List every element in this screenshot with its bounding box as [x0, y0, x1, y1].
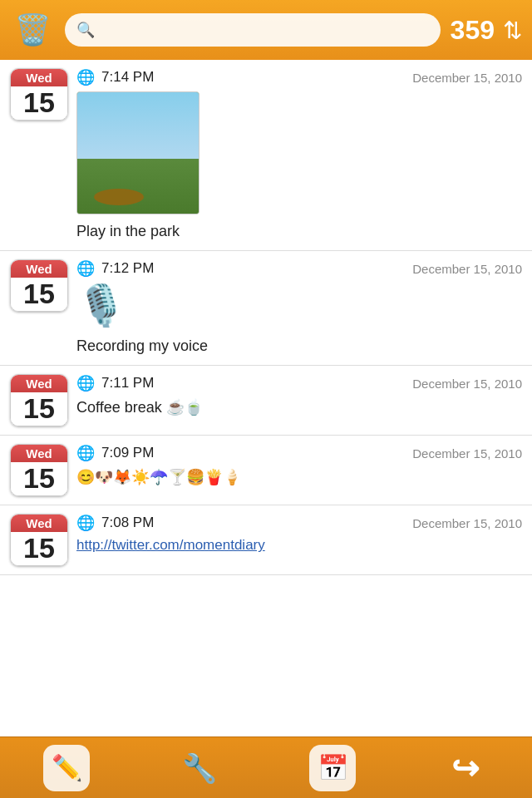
entry-meta-2: 🌐 7:12 PM December 15, 2010 [76, 259, 522, 278]
entry-text-4: 😊🐶🦊☀️☂️🍸🍔🍟🍦 [76, 467, 522, 488]
cal-day-num-3: 15 [11, 392, 67, 426]
entry-park[interactable]: Wed 15 🌐 7:14 PM December 15, 2010 Play … [0, 60, 532, 251]
trash-icon[interactable]: 🗑️ [10, 7, 55, 52]
tab-settings[interactable]: 🔧 [170, 743, 229, 793]
entry-text-1: Play in the park [76, 221, 522, 242]
entry-content-5: 🌐 7:08 PM December 15, 2010 http://twitt… [76, 514, 522, 554]
entry-time-4: 7:09 PM [101, 445, 154, 461]
search-bar[interactable]: 🔍 [65, 13, 441, 47]
cal-day-num-1: 15 [11, 86, 67, 120]
globe-icon-3: 🌐 [76, 374, 95, 392]
calendar-badge-1: Wed 15 [10, 68, 68, 121]
entry-time-2: 7:12 PM [101, 260, 154, 277]
cal-day-name-5: Wed [11, 515, 67, 532]
header: 🗑️ 🔍 359 ⇅ [0, 0, 532, 60]
calendar-badge-4: Wed 15 [10, 444, 68, 496]
cal-day-name-4: Wed [11, 445, 67, 462]
entry-date-2: December 15, 2010 [412, 262, 522, 276]
tab-compose[interactable]: ✏️ [37, 743, 96, 793]
entry-meta-4: 🌐 7:09 PM December 15, 2010 [76, 444, 522, 462]
tab-calendar[interactable]: 📅 [303, 743, 362, 793]
header-right: 359 ⇅ [451, 15, 522, 46]
feed: Wed 15 🌐 7:14 PM December 15, 2010 Play … [0, 60, 532, 736]
entry-date-5: December 15, 2010 [412, 516, 522, 530]
tab-bar: ✏️ 🔧 📅 ↪ [0, 736, 532, 798]
park-dirt [94, 189, 144, 205]
tab-calendar-icon-box: 📅 [309, 745, 356, 791]
entry-twitter[interactable]: Wed 15 🌐 7:08 PM December 15, 2010 http:… [0, 505, 532, 575]
entry-content-4: 🌐 7:09 PM December 15, 2010 😊🐶🦊☀️☂️🍸🍔🍟🍦 [76, 444, 522, 488]
tab-compose-icon-box: ✏️ [43, 745, 90, 791]
calendar-badge-3: Wed 15 [10, 374, 68, 426]
entry-time-3: 7:11 PM [101, 375, 154, 392]
recording-icon: 🎙️ [76, 283, 522, 329]
globe-icon-2: 🌐 [76, 259, 95, 278]
globe-icon-4: 🌐 [76, 444, 95, 462]
entry-time-5: 7:08 PM [101, 515, 154, 531]
share-icon: ↪ [451, 749, 480, 787]
entry-count: 359 [451, 15, 495, 46]
park-sky [77, 92, 199, 159]
cal-day-name-3: Wed [11, 375, 67, 392]
compose-icon: ✏️ [52, 753, 82, 782]
entry-content-2: 🌐 7:12 PM December 15, 2010 🎙️ Recording… [76, 259, 522, 357]
entry-link-5[interactable]: http://twitter.com/momentdiary [76, 537, 265, 553]
search-magnifier-icon: 🔍 [76, 21, 95, 39]
entry-meta-5: 🌐 7:08 PM December 15, 2010 [76, 514, 522, 532]
search-input[interactable] [101, 22, 429, 37]
sort-icon[interactable]: ⇅ [503, 17, 522, 44]
entry-emoji[interactable]: Wed 15 🌐 7:09 PM December 15, 2010 😊🐶🦊☀️… [0, 436, 532, 505]
cal-day-name-1: Wed [11, 69, 67, 86]
cal-day-name-2: Wed [11, 260, 67, 278]
entry-coffee[interactable]: Wed 15 🌐 7:11 PM December 15, 2010 Coffe… [0, 366, 532, 436]
calendar-icon: 📅 [318, 753, 348, 782]
globe-icon-1: 🌐 [76, 68, 95, 86]
entry-date-4: December 15, 2010 [412, 446, 522, 461]
entry-text-2: Recording my voice [76, 336, 522, 357]
entry-date-1: December 15, 2010 [412, 71, 522, 85]
cal-day-num-4: 15 [11, 462, 67, 495]
entry-date-3: December 15, 2010 [412, 377, 522, 391]
calendar-badge-5: Wed 15 [10, 514, 68, 566]
globe-icon-5: 🌐 [76, 514, 95, 532]
cal-day-num-2: 15 [11, 278, 67, 311]
entry-content-3: 🌐 7:11 PM December 15, 2010 Coffee break… [76, 374, 522, 418]
entry-time-1: 7:14 PM [101, 69, 154, 86]
entry-meta-3: 🌐 7:11 PM December 15, 2010 [76, 374, 522, 392]
entry-text-3: Coffee break ☕🍵 [76, 397, 522, 418]
entry-recording[interactable]: Wed 15 🌐 7:12 PM December 15, 2010 🎙️ Re… [0, 251, 532, 366]
park-ground [77, 159, 199, 214]
entry-image-1 [76, 91, 200, 214]
calendar-badge-2: Wed 15 [10, 259, 68, 312]
settings-icon: 🔧 [182, 751, 217, 785]
entry-content-1: 🌐 7:14 PM December 15, 2010 Play in the … [76, 68, 522, 242]
tab-share[interactable]: ↪ [436, 743, 495, 793]
cal-day-num-5: 15 [11, 532, 67, 565]
entry-meta-1: 🌐 7:14 PM December 15, 2010 [76, 68, 522, 86]
